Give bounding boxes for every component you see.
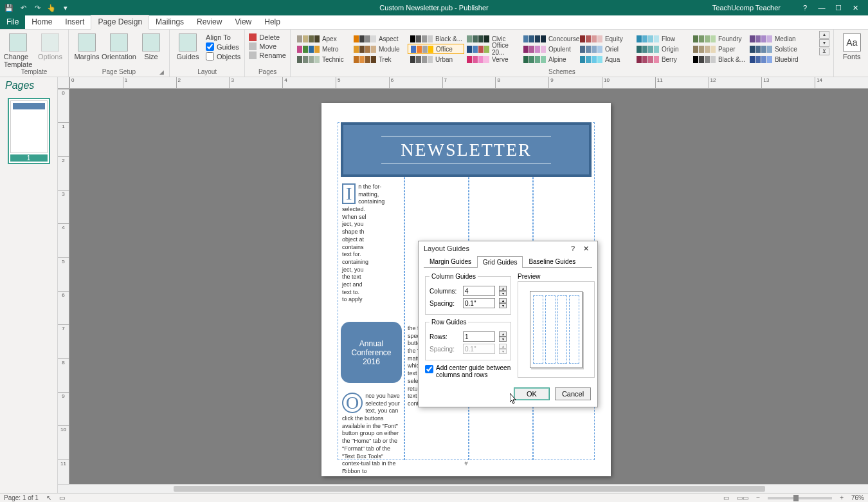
scheme-office20[interactable]: Office 20... [464,44,521,54]
scheme-verve[interactable]: Verve [464,54,521,64]
scheme-metro[interactable]: Metro [294,44,351,54]
scheme-flow[interactable]: Flow [634,33,691,44]
redo-icon[interactable]: ↷ [32,3,42,13]
gallery-up-icon[interactable]: ▴ [819,31,829,39]
delete-page-button[interactable]: Delete [249,33,286,41]
move-page-button[interactable]: Move [249,42,286,50]
scheme-black[interactable]: Black &... [408,33,464,44]
col-spacing-down-icon[interactable]: ▾ [499,303,507,308]
columns-down-icon[interactable]: ▾ [499,291,507,296]
document-title: Custom Newsletter.pub - Publisher [379,4,488,12]
page-setup-launcher-icon[interactable]: ◢ [159,69,164,75]
maximize-icon[interactable]: ☐ [831,4,846,12]
zoom-out-icon[interactable]: − [756,494,760,501]
scheme-aspect[interactable]: Aspect [351,33,408,44]
view-single-icon[interactable]: ▭ [723,494,729,501]
scheme-black[interactable]: Black &... [691,54,747,64]
tab-mailings[interactable]: Mailings [149,15,190,29]
scheme-paper[interactable]: Paper [691,44,747,54]
tab-file[interactable]: File [0,15,25,29]
schemes-gallery[interactable]: ApexAspectBlack &...CivicConcourseEquity… [294,31,815,64]
scheme-median[interactable]: Median [747,33,804,44]
qat-dropdown-icon[interactable]: ▾ [60,3,71,13]
tab-margin-guides[interactable]: Margin Guides [424,256,477,267]
row-spacing-down-icon: ▾ [499,349,507,354]
body-text-col1b[interactable]: Once you have selected your text, you ca… [342,393,401,476]
rows-input[interactable] [463,331,495,342]
zoom-in-icon[interactable]: + [840,494,844,501]
page-thumbnail[interactable]: 1 [8,98,50,164]
scheme-bluebird[interactable]: Bluebird [747,54,804,64]
scheme-alpine[interactable]: Alpine [521,54,577,64]
change-template-button[interactable]: Change Template [4,31,32,68]
zoom-value[interactable]: 76% [851,494,864,501]
tab-review[interactable]: Review [190,15,228,29]
tab-home[interactable]: Home [25,15,59,29]
user-name[interactable]: TeachUcomp Teacher [712,4,781,12]
body-text-col1[interactable]: In the for- matting, containing selected… [342,183,403,304]
col-spacing-up-icon[interactable]: ▴ [499,298,507,303]
canvas[interactable]: 01234567891011121314 01234567891011 NEWS… [58,77,868,493]
scheme-office[interactable]: Office [408,44,464,54]
help-icon[interactable]: ? [797,4,813,12]
touch-mode-icon[interactable]: 👆 [46,3,57,13]
newsletter-banner[interactable]: NEWSLETTER [341,122,592,177]
gallery-down-icon[interactable]: ▾ [819,39,829,47]
scheme-foundry[interactable]: Foundry [691,33,747,44]
cancel-button[interactable]: Cancel [555,387,591,400]
objects-checkbox[interactable]: Objects [206,52,240,60]
scheme-oriel[interactable]: Oriel [577,44,634,54]
scheme-concourse[interactable]: Concourse [521,33,577,44]
horizontal-scrollbar[interactable] [58,484,868,493]
dialog-help-icon[interactable]: ? [566,245,579,252]
guides-button[interactable]: Guides [174,31,202,60]
col-spacing-input[interactable] [463,298,495,308]
columns-up-icon[interactable]: ▴ [499,286,507,291]
scheme-opulent[interactable]: Opulent [521,44,577,54]
scheme-trek[interactable]: Trek [351,54,408,64]
layout-guides-dialog: Layout Guides ? ✕ Margin Guides Grid Gui… [418,241,598,407]
tab-baseline-guides[interactable]: Baseline Guides [523,256,581,267]
gallery-more-icon[interactable]: ⊻ [819,48,829,55]
orientation-button[interactable]: Orientation [105,31,133,60]
fonts-button[interactable]: AaFonts [838,31,866,60]
tab-insert[interactable]: Insert [59,15,91,29]
scheme-solstice[interactable]: Solstice [747,44,804,54]
scheme-technic[interactable]: Technic [294,54,351,64]
annual-conference-shape[interactable]: Annual Conference 2016 [341,322,402,383]
size-button[interactable]: Size [137,31,165,60]
move-icon [249,42,257,50]
pointer-icon: ↖ [46,494,51,501]
horizontal-ruler: 01234567891011121314 [69,77,868,89]
scheme-module[interactable]: Module [351,44,408,54]
view-two-page-icon[interactable]: ▭▭ [737,494,748,501]
scheme-aqua[interactable]: Aqua [577,54,634,64]
save-icon[interactable]: 💾 [4,3,14,13]
scheme-origin[interactable]: Origin [634,44,691,54]
undo-icon[interactable]: ↶ [18,3,28,13]
columns-input[interactable] [463,286,495,296]
align-to-label: Align To [206,33,240,41]
row-spacing-input [463,344,495,354]
scheme-urban[interactable]: Urban [408,54,464,64]
rows-down-icon[interactable]: ▾ [499,337,507,342]
scheme-apex[interactable]: Apex [294,33,351,44]
tab-view[interactable]: View [228,15,258,29]
tab-grid-guides[interactable]: Grid Guides [477,256,523,268]
dialog-close-icon[interactable]: ✕ [579,245,592,253]
center-guide-checkbox[interactable]: Add center guide between columns and row… [425,364,511,378]
page-indicator[interactable]: Page: 1 of 1 [4,494,39,501]
minimize-icon[interactable]: — [814,4,829,12]
pages-panel-title: Pages [0,77,57,94]
tab-page-design[interactable]: Page Design [91,15,149,30]
rows-up-icon[interactable]: ▴ [499,331,507,337]
guides-checkbox[interactable]: Guides [206,42,240,51]
scheme-equity[interactable]: Equity [577,33,634,44]
rename-page-button[interactable]: Rename [249,51,286,59]
margins-button[interactable]: Margins [73,31,101,60]
zoom-slider[interactable] [768,497,832,499]
close-icon[interactable]: ✕ [847,4,863,12]
tab-help[interactable]: Help [258,15,287,29]
ok-button[interactable]: OK [514,387,550,400]
scheme-berry[interactable]: Berry [634,54,691,64]
